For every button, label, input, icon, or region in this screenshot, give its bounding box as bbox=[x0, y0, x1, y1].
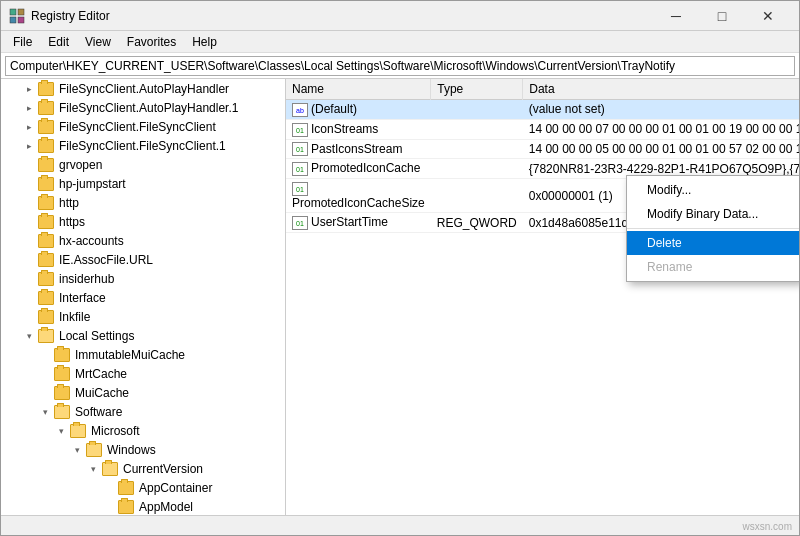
tree-item[interactable]: Local Settings bbox=[1, 326, 285, 345]
tree-item[interactable]: CurrentVersion bbox=[1, 459, 285, 478]
tree-item[interactable]: Inkfile bbox=[1, 307, 285, 326]
tree-item-label: Local Settings bbox=[59, 329, 134, 343]
cell-data: 14 00 00 00 05 00 00 00 01 00 01 00 57 0… bbox=[523, 139, 799, 159]
cell-data: (value not set) bbox=[523, 100, 799, 120]
tree-item-label: FileSyncClient.FileSyncClient.1 bbox=[59, 139, 226, 153]
cell-name: 01UserStartTime bbox=[286, 213, 431, 233]
table-row[interactable]: 01PastIconsStream14 00 00 00 05 00 00 00… bbox=[286, 139, 799, 159]
svg-rect-1 bbox=[18, 9, 24, 15]
tree-expander-icon bbox=[21, 195, 37, 211]
tree-expander-icon bbox=[37, 404, 53, 420]
tree-item[interactable]: AppContainer bbox=[1, 478, 285, 497]
context-menu-item-modify---[interactable]: Modify... bbox=[627, 178, 799, 202]
tree-item[interactable]: FileSyncClient.FileSyncClient.1 bbox=[1, 136, 285, 155]
tree-item[interactable]: Windows bbox=[1, 440, 285, 459]
tree-expander-icon bbox=[21, 176, 37, 192]
menu-item-favorites[interactable]: Favorites bbox=[119, 33, 184, 51]
tree-item-label: IE.AssocFile.URL bbox=[59, 253, 153, 267]
tree-item[interactable]: Interface bbox=[1, 288, 285, 307]
tree-item[interactable]: Microsoft bbox=[1, 421, 285, 440]
value-name: UserStartTime bbox=[311, 215, 388, 229]
folder-icon bbox=[54, 348, 70, 362]
svg-rect-0 bbox=[10, 9, 16, 15]
maximize-button[interactable]: □ bbox=[699, 1, 745, 31]
minimize-button[interactable]: ─ bbox=[653, 1, 699, 31]
tree-expander-icon bbox=[21, 290, 37, 306]
tree-item[interactable]: AppModel bbox=[1, 497, 285, 515]
table-row[interactable]: ab(Default)(value not set) bbox=[286, 100, 799, 120]
tree-item[interactable]: hx-accounts bbox=[1, 231, 285, 250]
folder-icon bbox=[38, 234, 54, 248]
cell-type bbox=[431, 100, 523, 120]
menu-item-view[interactable]: View bbox=[77, 33, 119, 51]
tree-item[interactable]: FileSyncClient.AutoPlayHandler bbox=[1, 79, 285, 98]
folder-icon bbox=[38, 139, 54, 153]
folder-icon bbox=[38, 120, 54, 134]
cell-name: 01PromotedIconCacheSize bbox=[286, 179, 431, 213]
tree-expander-icon bbox=[101, 480, 117, 496]
tree-item-label: AppContainer bbox=[139, 481, 212, 495]
tree-expander-icon bbox=[53, 423, 69, 439]
tree-panel[interactable]: FileSyncClient.AutoPlayHandlerFileSyncCl… bbox=[1, 79, 286, 515]
tree-item[interactable]: IE.AssocFile.URL bbox=[1, 250, 285, 269]
tree-item[interactable]: http bbox=[1, 193, 285, 212]
tree-item-label: hx-accounts bbox=[59, 234, 124, 248]
folder-icon bbox=[86, 443, 102, 457]
context-menu-item-modify-binary-data---[interactable]: Modify Binary Data... bbox=[627, 202, 799, 226]
tree-expander-icon bbox=[21, 309, 37, 325]
tree-item-label: hp-jumpstart bbox=[59, 177, 126, 191]
value-name: PastIconsStream bbox=[311, 142, 402, 156]
cell-type bbox=[431, 179, 523, 213]
tree-item[interactable]: Software bbox=[1, 402, 285, 421]
tree-item[interactable]: ImmutableMuiCache bbox=[1, 345, 285, 364]
close-button[interactable]: ✕ bbox=[745, 1, 791, 31]
value-name: (Default) bbox=[311, 102, 357, 116]
value-name: PromotedIconCacheSize bbox=[292, 196, 425, 210]
tree-item-label: MuiCache bbox=[75, 386, 129, 400]
tree-expander-icon bbox=[101, 499, 117, 515]
folder-icon bbox=[38, 272, 54, 286]
tree-item[interactable]: FileSyncClient.AutoPlayHandler.1 bbox=[1, 98, 285, 117]
menu-item-help[interactable]: Help bbox=[184, 33, 225, 51]
context-menu-separator bbox=[627, 228, 799, 229]
tree-item-label: MrtCache bbox=[75, 367, 127, 381]
tree-expander-icon bbox=[21, 214, 37, 230]
folder-icon bbox=[38, 177, 54, 191]
folder-icon bbox=[38, 310, 54, 324]
folder-icon bbox=[54, 367, 70, 381]
menu-item-edit[interactable]: Edit bbox=[40, 33, 77, 51]
context-menu-item-delete[interactable]: Delete bbox=[627, 231, 799, 255]
tree-item[interactable]: FileSyncClient.FileSyncClient bbox=[1, 117, 285, 136]
tree-item[interactable]: insiderhub bbox=[1, 269, 285, 288]
col-type[interactable]: Type bbox=[431, 79, 523, 100]
binary-value-icon: 01 bbox=[292, 123, 308, 137]
tree-expander-icon bbox=[21, 328, 37, 344]
folder-icon bbox=[54, 386, 70, 400]
col-data[interactable]: Data bbox=[523, 79, 799, 100]
tree-item[interactable]: hp-jumpstart bbox=[1, 174, 285, 193]
tree-item[interactable]: grvopen bbox=[1, 155, 285, 174]
tree-item[interactable]: https bbox=[1, 212, 285, 231]
menu-item-file[interactable]: File bbox=[5, 33, 40, 51]
cell-type bbox=[431, 119, 523, 139]
tree-item[interactable]: MrtCache bbox=[1, 364, 285, 383]
tree-item-label: grvopen bbox=[59, 158, 102, 172]
folder-icon bbox=[38, 253, 54, 267]
tree-expander-icon bbox=[21, 81, 37, 97]
default-value-icon: ab bbox=[292, 103, 308, 117]
tree-expander-icon bbox=[37, 385, 53, 401]
tree-item-label: Windows bbox=[107, 443, 156, 457]
cell-data: 14 00 00 00 07 00 00 00 01 00 01 00 19 0… bbox=[523, 119, 799, 139]
main-area: FileSyncClient.AutoPlayHandlerFileSyncCl… bbox=[1, 79, 799, 515]
folder-icon bbox=[38, 101, 54, 115]
col-name[interactable]: Name bbox=[286, 79, 431, 100]
binary-value-icon: 01 bbox=[292, 182, 308, 196]
tree-expander-icon bbox=[69, 442, 85, 458]
table-row[interactable]: 01IconStreams14 00 00 00 07 00 00 00 01 … bbox=[286, 119, 799, 139]
tree-expander-icon bbox=[21, 119, 37, 135]
folder-icon bbox=[70, 424, 86, 438]
window-title: Registry Editor bbox=[31, 9, 653, 23]
folder-icon bbox=[54, 405, 70, 419]
tree-item[interactable]: MuiCache bbox=[1, 383, 285, 402]
address-path[interactable]: Computer\HKEY_CURRENT_USER\Software\Clas… bbox=[5, 56, 795, 76]
